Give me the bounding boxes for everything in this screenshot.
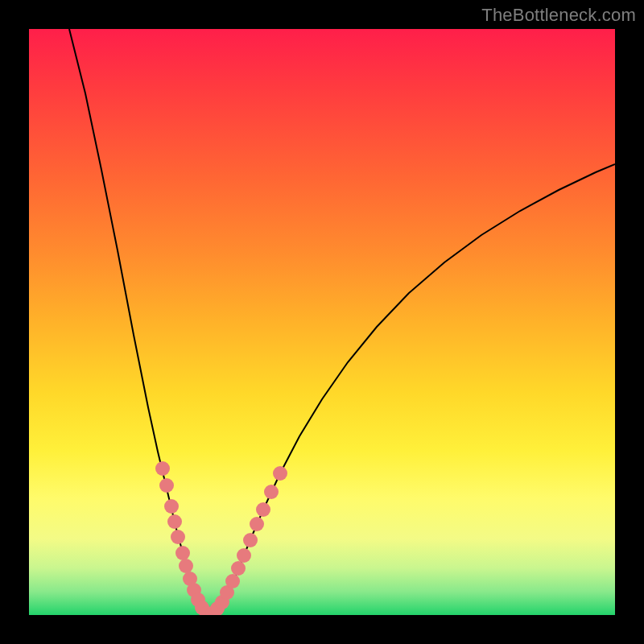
data-dot bbox=[159, 478, 174, 493]
data-dot bbox=[231, 561, 246, 576]
data-dot bbox=[167, 514, 182, 529]
data-dot bbox=[155, 461, 170, 476]
chart-svg bbox=[29, 29, 615, 615]
data-dot bbox=[250, 517, 264, 531]
data-dot bbox=[225, 574, 240, 588]
data-dot bbox=[164, 499, 179, 514]
data-dot bbox=[179, 559, 193, 573]
data-dots bbox=[155, 461, 287, 615]
data-dot bbox=[256, 502, 270, 517]
data-dot bbox=[171, 530, 185, 544]
data-dot bbox=[273, 466, 287, 481]
data-dot bbox=[175, 546, 190, 560]
watermark-text: TheBottleneck.com bbox=[481, 5, 636, 26]
data-dot bbox=[237, 548, 251, 563]
bottleneck-curve bbox=[69, 29, 615, 615]
data-dot bbox=[243, 533, 258, 547]
chart-frame: TheBottleneck.com bbox=[0, 0, 644, 644]
plot-area bbox=[29, 29, 615, 615]
data-dot bbox=[264, 485, 279, 499]
